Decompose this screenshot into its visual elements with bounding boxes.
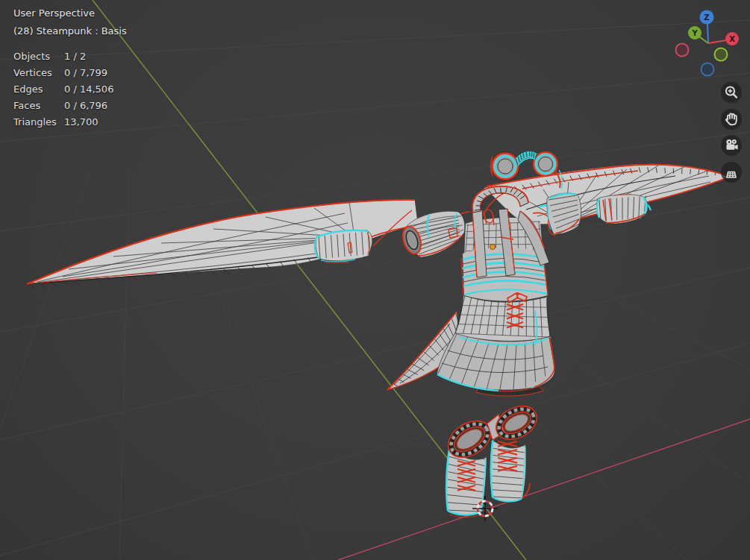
stat-label: Faces — [13, 100, 64, 111]
x-axis-line — [338, 419, 750, 560]
stat-value: 0 / 14,506 — [64, 84, 127, 95]
svg-text:X: X — [729, 35, 735, 43]
stat-value: 1 / 2 — [64, 51, 127, 62]
zoom-button[interactable] — [721, 82, 742, 103]
svg-text:Z: Z — [704, 13, 709, 22]
object-origin-dot — [490, 245, 496, 250]
viewport-toolbar — [721, 82, 742, 188]
gizmo-neg-y-ball[interactable] — [715, 48, 728, 61]
stat-value: 13,700 — [64, 116, 127, 128]
stat-label: Edges — [13, 84, 64, 95]
skirt — [437, 333, 555, 396]
pan-button[interactable] — [721, 109, 742, 130]
scene-statistics: Objects1 / 2 Vertices0 / 7,799 Edges0 / … — [13, 51, 127, 128]
right-arm — [547, 193, 581, 236]
stat-value: 0 / 6,796 — [64, 100, 127, 111]
projection-grid-icon — [721, 162, 742, 183]
stat-label: Triangles — [13, 116, 64, 128]
right-boot-cuff — [490, 400, 543, 447]
viewport-overlay: User Perspective (28) Steampunk : Basis … — [13, 7, 127, 128]
pan-hand-icon — [721, 109, 742, 130]
gizmo-y-axis-ball[interactable]: Y — [688, 26, 701, 40]
view-perspective-label: User Perspective — [13, 7, 127, 19]
gizmo-x-axis-ball[interactable]: X — [725, 32, 739, 45]
zoom-icon — [721, 82, 742, 103]
right-bracer — [597, 194, 649, 224]
gizmo-z-axis-ball[interactable]: Z — [700, 10, 714, 25]
toggle-projection-button[interactable] — [721, 162, 742, 183]
gizmo-neg-z-ball[interactable] — [701, 63, 714, 76]
left-bracer — [315, 230, 372, 262]
gizmo-neg-x-ball[interactable] — [676, 44, 689, 57]
stat-label: Objects — [13, 51, 64, 62]
svg-text:Y: Y — [691, 29, 698, 37]
camera-view-icon — [721, 135, 742, 156]
stat-value: 0 / 7,799 — [64, 67, 127, 78]
stat-label: Vertices — [13, 67, 64, 78]
active-object-label: (28) Steampunk : Basis — [13, 25, 127, 37]
camera-view-button[interactable] — [721, 135, 742, 156]
blender-3d-viewport[interactable]: User Perspective (28) Steampunk : Basis … — [0, 0, 750, 560]
